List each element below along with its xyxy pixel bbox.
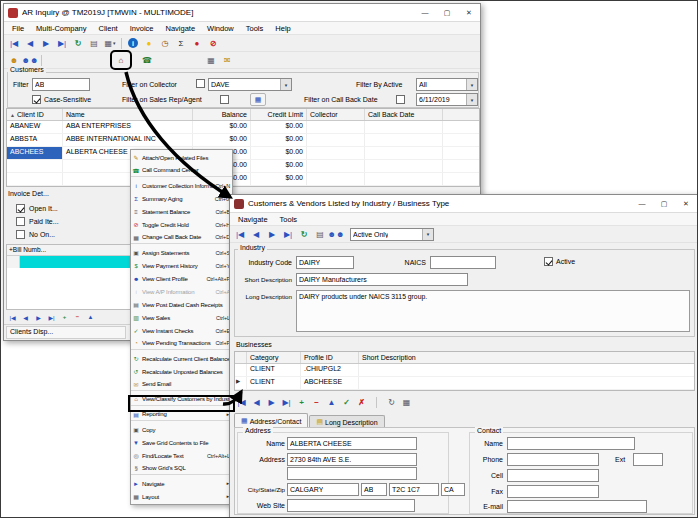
context-menu-item[interactable]: ◎ Find/Locate Text Ctrl+Alt+L ► xyxy=(131,449,232,462)
context-menu-item[interactable]: i View A/P Information Ctrl+A ► xyxy=(131,285,232,298)
minimize-button[interactable]: — xyxy=(631,195,653,212)
collector-combo[interactable]: DAVE ▾ xyxy=(208,78,292,91)
context-menu-item[interactable]: ⊘ Toggle Credit Hold Ctrl+H ► xyxy=(131,218,232,231)
hint-icon[interactable]: ● ▾ xyxy=(141,36,157,50)
nav-next-icon[interactable]: ▶ xyxy=(264,396,279,410)
ext-input[interactable] xyxy=(633,453,663,466)
context-menu-item[interactable]: ≡ Statement Balance Ctrl+B ► xyxy=(131,205,232,218)
menubar-item[interactable]: Invoice xyxy=(124,24,160,33)
nav-first-icon[interactable]: |◀ ▾ xyxy=(6,36,22,50)
clock-icon[interactable]: ◷ ▾ xyxy=(157,36,173,50)
case-sensitive-checkbox[interactable] xyxy=(32,95,41,104)
callback-date-combo[interactable]: 6/11/2019 ▾ xyxy=(416,93,478,106)
maximize-button[interactable]: ▢ xyxy=(653,195,675,212)
insert-icon[interactable]: + xyxy=(58,310,71,324)
column-header-category[interactable]: Category xyxy=(247,352,301,363)
menubar-item[interactable]: File xyxy=(6,24,30,33)
grid-view-icon[interactable]: ▦ ▾ xyxy=(102,36,118,50)
classify-industry-icon[interactable]: ⌂ ▾ xyxy=(113,53,129,67)
invoice-option[interactable]: Open It... xyxy=(16,202,128,215)
context-menu-item[interactable]: ▤ View Post Dated Cash Receipts ► xyxy=(131,298,232,311)
insert-icon[interactable]: + xyxy=(294,396,309,410)
nav-first-icon[interactable]: |◀ xyxy=(232,227,248,241)
contact-name-input[interactable] xyxy=(507,437,635,450)
invoice-option[interactable]: No On... xyxy=(16,228,128,241)
refresh-icon[interactable]: ↻ xyxy=(296,227,312,241)
address-name-input[interactable]: ALBERTA CHEESE xyxy=(287,437,417,450)
stop-icon[interactable]: ⊘ ▾ xyxy=(205,36,221,50)
invoice-option-checkbox[interactable] xyxy=(16,217,25,226)
filter-by-active-combo[interactable]: All ▾ xyxy=(416,78,478,91)
column-header-balance[interactable]: Balance xyxy=(193,109,251,120)
people-icon[interactable]: ☻☻ ▾ xyxy=(22,53,38,67)
column-header-client-id[interactable]: ▲ Client ID xyxy=(7,109,63,120)
column-header-name[interactable]: Name xyxy=(63,109,193,120)
nav-last-icon[interactable]: ▶| ▾ xyxy=(54,36,70,50)
state-input[interactable]: AB xyxy=(361,483,387,496)
salesrep-lookup-button[interactable]: ▦ xyxy=(250,93,266,106)
filter-collector-checkbox[interactable] xyxy=(196,79,205,88)
dropdown-arrow-icon[interactable]: ▾ xyxy=(422,229,433,240)
search-icon[interactable]: ▦ xyxy=(399,396,414,410)
country-input[interactable]: CA xyxy=(441,483,465,496)
refresh-icon[interactable]: ↻ ▾ xyxy=(70,36,86,50)
edit-icon[interactable]: ▲ xyxy=(324,396,339,410)
nav-last-icon[interactable]: ▶| xyxy=(279,396,294,410)
menubar-item[interactable]: Tools xyxy=(240,24,270,33)
business-row[interactable]: ▶ CLIENT ABCHEESE xyxy=(235,377,694,390)
dropdown-arrow-icon[interactable]: ▾ xyxy=(466,79,477,90)
context-menu-item[interactable]: $ View Payment History Ctrl+Y ► xyxy=(131,259,232,272)
context-menu-item[interactable]: ▦ Layout ► xyxy=(131,490,232,503)
context-menu-item[interactable]: ▣ Assign Statements Ctrl+S ► xyxy=(131,246,232,259)
filter-callback-checkbox[interactable] xyxy=(396,95,405,104)
info-icon[interactable]: i ▾ xyxy=(125,36,141,50)
delete-icon[interactable]: − xyxy=(71,310,84,324)
close-button[interactable]: ✕ xyxy=(675,195,697,212)
record-icon[interactable]: ● ▾ xyxy=(189,36,205,50)
client-row[interactable]: $0.00 $0.00 xyxy=(7,173,479,186)
address-line1-input[interactable]: 2730 84th AVE S.E. xyxy=(287,453,417,466)
address-line2-input[interactable] xyxy=(287,467,417,480)
nav-prev-icon[interactable]: ◀ xyxy=(248,227,264,241)
filter-input[interactable]: AB xyxy=(32,78,90,91)
zip-input[interactable]: T2C 1C7 xyxy=(389,483,439,496)
context-menu-item[interactable]: ▣ Copy ► xyxy=(131,423,232,436)
refresh-icon[interactable]: ↻ xyxy=(384,396,399,410)
people-icon[interactable]: ☻☻ xyxy=(328,227,344,241)
delete-icon[interactable]: − xyxy=(309,396,324,410)
phone-input[interactable] xyxy=(507,453,599,466)
context-menu-item[interactable]: ↺ Recalculate Unposted Balances ► xyxy=(131,365,232,378)
nav-prev-icon[interactable]: ◀ ▾ xyxy=(22,36,38,50)
city-input[interactable]: CALGARY xyxy=(287,483,359,496)
column-header-credit-limit[interactable]: Credit Limit xyxy=(251,109,307,120)
web-site-input[interactable] xyxy=(287,499,415,512)
invoice-option-checkbox[interactable] xyxy=(16,204,25,213)
email-input[interactable] xyxy=(507,500,647,513)
active-checkbox[interactable] xyxy=(544,257,553,266)
client-row[interactable]: ABCHEES ALBERTA CHEESE $0.00 $0.00 xyxy=(7,147,479,160)
active-only-combo[interactable]: Active Only ▾ xyxy=(350,228,434,241)
context-menu-item[interactable]: i Customer Collection Information Ctrl+N… xyxy=(131,179,232,192)
summary-icon[interactable]: Σ ▾ xyxy=(173,36,189,50)
nav-first-icon[interactable]: |◀ xyxy=(234,396,249,410)
cell-input[interactable] xyxy=(507,469,599,482)
client-row[interactable]: ABANEW ABA ENTERPRISES $0.00 $0.00 xyxy=(7,121,479,134)
context-menu-item[interactable]: ✎ Attach/Open Related Files ► xyxy=(131,151,232,164)
dropdown-arrow-icon[interactable]: ▾ xyxy=(280,79,291,90)
nav-prev-icon[interactable]: ◀ xyxy=(19,310,32,324)
nav-next-icon[interactable]: ▶ xyxy=(32,310,45,324)
naics-input[interactable] xyxy=(430,256,496,269)
print-icon[interactable]: ▤ xyxy=(312,227,328,241)
nav-last-icon[interactable]: ▶| xyxy=(45,310,58,324)
tab-address-contact[interactable]: ▦ Address/Contact xyxy=(234,413,308,428)
client-row[interactable]: $0.00 $0.00 xyxy=(7,160,479,173)
menubar-item[interactable]: Tools xyxy=(274,215,304,224)
print-icon[interactable]: ▤ ▾ xyxy=(86,36,102,50)
context-menu-item[interactable]: ☻ View Client Profile Ctrl+Alt+P ► xyxy=(131,272,232,285)
client-icon[interactable]: ☻ ▾ xyxy=(6,53,22,67)
bill-number-column-header[interactable]: +Bill Numb... xyxy=(7,245,131,256)
column-header-collector[interactable]: Collector xyxy=(307,109,365,120)
post-icon[interactable]: ✓ xyxy=(339,396,354,410)
menubar-item[interactable]: Multi-Company xyxy=(30,24,92,33)
calculator-icon[interactable]: ▦ ▾ xyxy=(203,53,219,67)
